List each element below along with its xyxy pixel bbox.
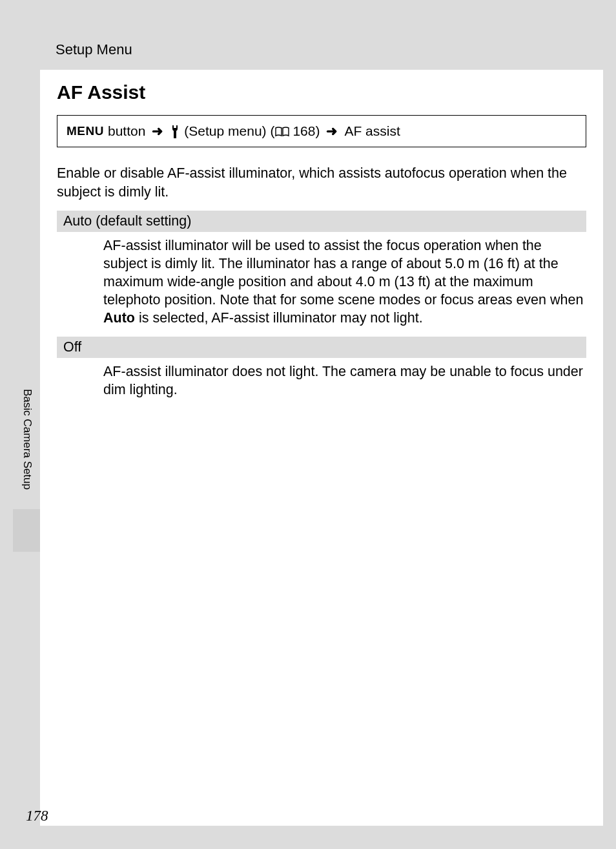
page-content: AF Assist MENU button ➜ (Setup menu) ( 1… [40, 70, 603, 826]
navigation-path: MENU button ➜ (Setup menu) ( 168) ➜ AF a… [57, 115, 586, 147]
intro-paragraph: Enable or disable AF-assist illuminator,… [57, 164, 586, 202]
button-word: button [108, 123, 145, 139]
side-tab: Basic Camera Setup [13, 389, 40, 552]
opt-text-bold: Auto [103, 310, 135, 326]
header-section: Setup Menu [0, 0, 616, 70]
option-block: Off AF-assist illuminator does not light… [57, 337, 586, 408]
side-tab-marker [13, 509, 40, 552]
option-body: AF-assist illuminator will be used to as… [57, 232, 586, 337]
page-number: 178 [26, 808, 48, 824]
setup-menu-label: (Setup menu) [184, 123, 266, 139]
page-ref-number: 168) [293, 123, 320, 138]
option-body: AF-assist illuminator does not light. Th… [57, 358, 586, 408]
wrench-icon [170, 125, 180, 138]
page-ref-group: ( 168) [271, 123, 320, 139]
nav-final: AF assist [344, 123, 400, 139]
book-icon [275, 123, 289, 138]
header-section-label: Setup Menu [56, 41, 132, 58]
opt-text-pre: AF-assist illuminator will be used to as… [103, 238, 583, 308]
page-title: AF Assist [57, 81, 586, 103]
option-header: Auto (default setting) [57, 211, 586, 232]
option-block: Auto (default setting) AF-assist illumin… [57, 211, 586, 337]
option-header: Off [57, 337, 586, 358]
opt-text-post: is selected, AF-assist illuminator may n… [135, 310, 423, 326]
opt-text-pre: AF-assist illuminator does not light. Th… [103, 364, 583, 397]
menu-button-label: MENU [67, 124, 104, 138]
side-tab-label: Basic Camera Setup [21, 389, 34, 490]
arrow-icon: ➜ [152, 123, 163, 139]
arrow-icon: ➜ [326, 123, 338, 139]
